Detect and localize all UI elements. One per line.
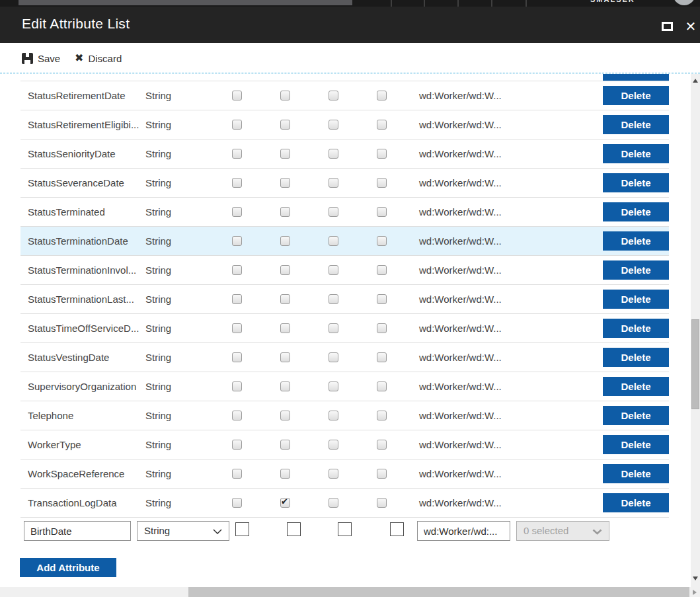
attribute-checkbox-4[interactable]: ✔ (377, 149, 387, 159)
attribute-checkbox-2[interactable]: ✔ (280, 411, 290, 420)
attribute-checkbox-2[interactable]: ✔ (280, 440, 290, 450)
attribute-checkbox-3[interactable]: ✔ (329, 440, 338, 450)
attribute-checkbox-1[interactable]: ✔ (232, 178, 242, 188)
close-icon[interactable]: ✕ (683, 18, 698, 35)
attribute-checkbox-2[interactable]: ✔ (280, 120, 290, 130)
delete-button[interactable]: Delete (603, 115, 669, 134)
attribute-checkbox-2[interactable]: ✔ (280, 91, 290, 100)
attribute-checkbox-4[interactable]: ✔ (377, 236, 387, 246)
attribute-checkbox-1[interactable]: ✔ (232, 440, 242, 450)
attribute-checkbox-4[interactable]: ✔ (377, 265, 387, 275)
delete-button[interactable]: Delete (603, 377, 669, 396)
delete-button[interactable]: Delete (603, 348, 669, 367)
attribute-checkbox-3[interactable]: ✔ (329, 323, 338, 333)
attribute-checkbox-2[interactable]: ✔ (280, 265, 290, 275)
new-attribute-checkbox-3[interactable] (338, 522, 352, 536)
save-button[interactable]: Save (22, 50, 60, 67)
new-attribute-checkbox-4[interactable] (390, 522, 404, 536)
attribute-checkbox-4[interactable]: ✔ (377, 381, 387, 391)
attribute-checkbox-3[interactable]: ✔ (329, 91, 338, 100)
delete-button[interactable]: Delete (603, 435, 669, 454)
attribute-path: wd:Worker/wd:W... (419, 372, 502, 401)
attribute-checkbox-3[interactable]: ✔ (329, 294, 338, 304)
scroll-up-icon[interactable] (693, 79, 698, 83)
delete-button[interactable]: Delete (603, 144, 669, 163)
new-attribute-type-select[interactable]: String (137, 521, 229, 541)
attribute-checkbox-2[interactable]: ✔ (280, 294, 290, 304)
new-attribute-checkbox-2[interactable] (287, 522, 301, 536)
attribute-checkbox-2[interactable]: ✔ (280, 236, 290, 246)
attribute-checkbox-2[interactable]: ✔ (280, 178, 290, 188)
delete-button[interactable]: Delete (603, 464, 669, 483)
attribute-checkbox-4[interactable]: ✔ (377, 207, 387, 217)
attribute-checkbox-4[interactable]: ✔ (377, 294, 387, 304)
attribute-checkbox-4[interactable]: ✔ (377, 440, 387, 450)
attribute-checkbox-1[interactable]: ✔ (232, 265, 242, 275)
attribute-checkbox-1[interactable]: ✔ (232, 207, 242, 217)
attribute-checkbox-1[interactable]: ✔ (232, 149, 242, 159)
scroll-down-icon[interactable] (693, 577, 698, 580)
delete-button[interactable]: Delete (603, 260, 669, 280)
maximize-icon[interactable] (662, 22, 673, 31)
attribute-checkbox-3[interactable]: ✔ (329, 381, 338, 391)
attribute-checkbox-3[interactable]: ✔ (329, 469, 338, 479)
attribute-checkbox-1[interactable]: ✔ (232, 352, 242, 362)
attribute-checkbox-1[interactable]: ✔ (232, 381, 242, 391)
delete-button[interactable]: Delete (603, 290, 669, 309)
attribute-checkbox-1[interactable]: ✔ (232, 91, 242, 100)
attribute-checkbox-3[interactable]: ✔ (329, 236, 338, 246)
attribute-checkbox-3[interactable]: ✔ (329, 120, 338, 130)
attribute-checkbox-4[interactable]: ✔ (377, 323, 387, 333)
attribute-checkbox-4[interactable]: ✔ (377, 498, 387, 508)
delete-button[interactable]: Delete (603, 319, 669, 338)
attribute-checkbox-2[interactable]: ✔ (280, 149, 290, 159)
horizontal-scrollbar[interactable] (0, 587, 700, 597)
avatar[interactable] (673, 0, 695, 5)
new-attribute-checkbox-1[interactable] (235, 522, 249, 536)
attribute-checkbox-4[interactable]: ✔ (377, 91, 387, 100)
attribute-checkbox-4[interactable]: ✔ (377, 411, 387, 420)
vertical-scrollbar-thumb[interactable] (691, 319, 699, 409)
delete-button[interactable]: Delete (603, 202, 669, 221)
attribute-checkbox-2[interactable]: ✔ (280, 469, 290, 479)
attribute-checkbox-1[interactable]: ✔ (232, 498, 242, 508)
attribute-checkbox-3[interactable]: ✔ (329, 207, 338, 217)
delete-button[interactable]: Delete (603, 406, 669, 425)
attribute-checkbox-3[interactable]: ✔ (329, 178, 338, 188)
new-attribute-path-input[interactable] (417, 521, 510, 541)
attribute-checkbox-3[interactable]: ✔ (329, 352, 338, 362)
attribute-checkbox-2[interactable]: ✔ (280, 352, 290, 362)
delete-button-partial[interactable] (603, 74, 669, 81)
new-attribute-name-input[interactable] (24, 521, 131, 541)
attribute-checkbox-1[interactable]: ✔ (232, 236, 242, 246)
attribute-path: wd:Worker/wd:W... (419, 110, 502, 139)
attribute-checkbox-1[interactable]: ✔ (232, 411, 242, 420)
attribute-checkbox-2[interactable]: ✔ (280, 498, 290, 508)
attribute-checkbox-3[interactable]: ✔ (329, 149, 338, 159)
discard-button[interactable]: ✖ Discard (75, 50, 122, 67)
attribute-checkbox-1[interactable]: ✔ (232, 294, 242, 304)
horizontal-scrollbar-thumb[interactable] (188, 587, 689, 597)
attribute-checkbox-4[interactable]: ✔ (377, 352, 387, 362)
delete-button[interactable]: Delete (603, 231, 669, 251)
attribute-checkbox-1[interactable]: ✔ (232, 323, 242, 333)
attribute-path: wd:Worker/wd:W... (419, 343, 502, 372)
attribute-checkbox-1[interactable]: ✔ (232, 120, 242, 130)
vertical-scrollbar[interactable] (691, 74, 700, 587)
add-attribute-button[interactable]: Add Attribute (20, 558, 116, 577)
scroll-right-icon[interactable] (693, 590, 697, 595)
attribute-checkbox-3[interactable]: ✔ (329, 265, 338, 275)
attribute-checkbox-4[interactable]: ✔ (377, 469, 387, 479)
attribute-checkbox-4[interactable]: ✔ (377, 178, 387, 188)
attribute-checkbox-2[interactable]: ✔ (280, 381, 290, 391)
attribute-checkbox-2[interactable]: ✔ (280, 207, 290, 217)
attribute-checkbox-4[interactable]: ✔ (377, 120, 387, 130)
attribute-checkbox-2[interactable]: ✔ (280, 323, 290, 333)
attribute-checkbox-3[interactable]: ✔ (329, 498, 338, 508)
new-attribute-multiselect[interactable]: 0 selected (516, 521, 609, 541)
delete-button[interactable]: Delete (603, 86, 669, 105)
delete-button[interactable]: Delete (603, 493, 669, 512)
attribute-checkbox-1[interactable]: ✔ (232, 469, 242, 479)
delete-button[interactable]: Delete (603, 173, 669, 192)
attribute-checkbox-3[interactable]: ✔ (329, 411, 338, 420)
